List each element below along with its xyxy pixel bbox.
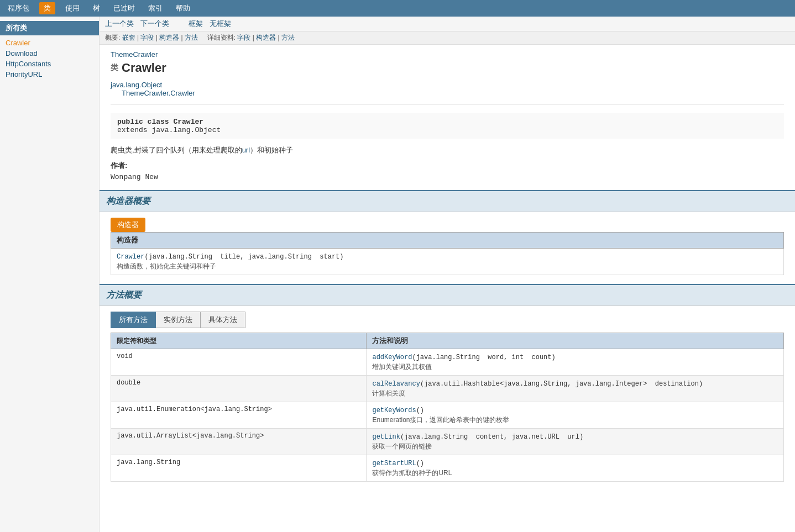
- nav-classes[interactable]: 类: [39, 2, 55, 14]
- class-title: 类 Crawler: [111, 61, 784, 75]
- sub-nav: 上一个类 下一个类 框架 无框架: [100, 17, 795, 31]
- constructor-method-name: Crawler: [117, 253, 144, 261]
- tab-all-methods[interactable]: 所有方法: [111, 312, 156, 328]
- constructor-table: 构造器 Crawler(java.lang.String title, java…: [111, 232, 784, 275]
- method-row-getstarturl: java.lang.String getStartURL() 获得作为抓取的种子…: [111, 455, 784, 482]
- nav-index[interactable]: 索引: [145, 2, 166, 14]
- method-row-getlink: java.util.ArrayList<java.lang.String> ge…: [111, 429, 784, 455]
- method-link-calrelavancy[interactable]: calRelavancy: [372, 380, 420, 388]
- method-link-getstarturl[interactable]: getStartURL: [372, 460, 416, 467]
- frames-link[interactable]: 框架: [189, 19, 203, 29]
- method-type-getstarturl: java.lang.String: [111, 455, 367, 482]
- class-name: Crawler: [122, 61, 166, 75]
- method-desc-addkeyword: 增加关键词及其权值: [372, 362, 778, 372]
- detail-field-link[interactable]: 字段: [237, 34, 250, 41]
- constructor-row: Crawler(java.lang.String title, java.lan…: [111, 249, 784, 275]
- method-desc-getkeywords: Enumeration接口，返回此哈希表中的键的枚举: [372, 415, 778, 425]
- class-description: 爬虫类,封装了四个队列（用来处理爬取的url）和初始种子: [111, 145, 784, 155]
- top-nav: 程序包 类 使用 树 已过时 索引 帮助: [0, 0, 795, 17]
- method-params-getkeywords: (): [416, 407, 424, 414]
- nav-use[interactable]: 使用: [62, 2, 83, 14]
- url-link[interactable]: url: [242, 146, 250, 154]
- summary-label: 概要:: [105, 34, 120, 41]
- detail-label: 详细资料:: [207, 34, 236, 41]
- constructor-summary-section: 构造器概要: [100, 190, 795, 212]
- summary-nested-link[interactable]: 嵌套: [122, 34, 135, 41]
- prev-class-link[interactable]: 上一个类: [105, 19, 134, 29]
- tab-concrete-methods[interactable]: 具体方法: [201, 312, 245, 328]
- code-line2: extends java.lang.Object: [117, 126, 777, 134]
- summary-method-link[interactable]: 方法: [185, 34, 198, 41]
- method-info-calrelavancy: calRelavancy(java.util.Hashtable<java.la…: [367, 376, 784, 402]
- method-tabs: 所有方法 实例方法 具体方法: [111, 312, 784, 328]
- constructor-params: (java.lang.String title, java.lang.Strin…: [144, 253, 343, 261]
- breadcrumb-link[interactable]: ThemeCrawler: [111, 50, 158, 59]
- constructor-table-header: 构造器: [111, 233, 784, 249]
- method-row-calrelavancy: double calRelavancy(java.util.Hashtable<…: [111, 376, 784, 402]
- method-info-addkeyword: addKeyWord(java.lang.String word, int co…: [367, 349, 784, 376]
- author-value: Wonpang New: [111, 173, 784, 181]
- inheritance-block: java.lang.Object ThemeCrawler.Crawler: [111, 81, 784, 104]
- method-params-getstarturl: (): [416, 460, 424, 467]
- method-row-getkeywords: java.util.Enumeration<java.lang.String> …: [111, 402, 784, 429]
- method-type-calrelavancy: double: [111, 376, 367, 402]
- tab-instance-methods[interactable]: 实例方法: [156, 312, 201, 328]
- method-desc-calrelavancy: 计算相关度: [372, 389, 778, 398]
- methods-header-type: 限定符和类型: [111, 333, 367, 349]
- detail-constructor-link[interactable]: 构造器: [256, 34, 276, 41]
- method-link-addkeyword[interactable]: addKeyWord: [372, 354, 412, 361]
- sidebar-item-crawler[interactable]: Crawler: [0, 38, 99, 48]
- method-row-addkeyword: void addKeyWord(java.lang.String word, i…: [111, 349, 784, 376]
- sidebar-item-priorityurl[interactable]: PriorityURL: [0, 69, 99, 80]
- constructor-signature-link[interactable]: Crawler: [117, 253, 144, 261]
- breadcrumb: ThemeCrawler: [111, 50, 784, 59]
- method-desc-getlink: 获取一个网页的链接: [372, 442, 778, 451]
- parent-class-link[interactable]: java.lang.Object: [111, 81, 162, 89]
- detail-method-link[interactable]: 方法: [281, 34, 295, 41]
- constructor-badge: 构造器: [111, 218, 145, 232]
- code-line1: public class Crawler: [117, 118, 777, 126]
- method-link-getkeywords[interactable]: getKeyWords: [372, 407, 416, 414]
- method-link-getlink[interactable]: getLink: [372, 433, 400, 441]
- content-area: ThemeCrawler 类 Crawler java.lang.Object …: [100, 45, 795, 496]
- constructor-badge-row: 构造器: [111, 218, 784, 232]
- sidebar-item-download[interactable]: Download: [0, 48, 99, 59]
- method-params-calrelavancy: (java.util.Hashtable<java.lang.String, j…: [420, 380, 703, 388]
- method-summary-section: 方法概要: [100, 284, 795, 306]
- methods-header-method: 方法和说明: [367, 333, 784, 349]
- method-info-getkeywords: getKeyWords() Enumeration接口，返回此哈希表中的键的枚举: [367, 402, 784, 429]
- sidebar-item-httpconstants[interactable]: HttpConstants: [0, 59, 99, 69]
- summary-constructor-link[interactable]: 构造器: [159, 34, 179, 41]
- nav-help[interactable]: 帮助: [172, 2, 193, 14]
- nav-deprecated[interactable]: 已过时: [110, 2, 138, 14]
- constructor-description: 构造函数，初始化主关键词和种子: [117, 262, 778, 271]
- method-type-getlink: java.util.ArrayList<java.lang.String>: [111, 429, 367, 455]
- noframes-link[interactable]: 无框架: [210, 19, 231, 29]
- summary-nav: 概要: 嵌套 | 字段 | 构造器 | 方法 详细资料: 字段 | 构造器 | …: [100, 31, 795, 45]
- author-label: 作者:: [111, 161, 784, 171]
- method-params-addkeyword: (java.lang.String word, int count): [412, 354, 555, 361]
- sidebar: 所有类 Crawler Download HttpConstants Prior…: [0, 17, 100, 532]
- class-icon: 类: [111, 63, 118, 73]
- main-content: 上一个类 下一个类 框架 无框架 概要: 嵌套 | 字段 | 构造器 | 方法 …: [100, 17, 795, 532]
- method-info-getlink: getLink(java.lang.String content, java.n…: [367, 429, 784, 455]
- method-params-getlink: (java.lang.String content, java.net.URL …: [400, 433, 583, 441]
- summary-field-link[interactable]: 字段: [140, 34, 154, 41]
- nav-packages[interactable]: 程序包: [4, 2, 33, 14]
- layout: 所有类 Crawler Download HttpConstants Prior…: [0, 17, 795, 532]
- class-declaration: public class Crawler extends java.lang.O…: [111, 113, 784, 139]
- next-class-link[interactable]: 下一个类: [140, 19, 169, 29]
- nav-tree[interactable]: 树: [90, 2, 103, 14]
- method-type-addkeyword: void: [111, 349, 367, 376]
- sidebar-title: 所有类: [0, 21, 99, 35]
- method-info-getstarturl: getStartURL() 获得作为抓取的种子的URL: [367, 455, 784, 482]
- current-class-link[interactable]: ThemeCrawler.Crawler: [122, 89, 195, 97]
- methods-table: 限定符和类型 方法和说明 void addKeyWord(java.lang.S…: [111, 333, 784, 482]
- method-desc-getstarturl: 获得作为抓取的种子的URL: [372, 468, 778, 478]
- method-type-getkeywords: java.util.Enumeration<java.lang.String>: [111, 402, 367, 429]
